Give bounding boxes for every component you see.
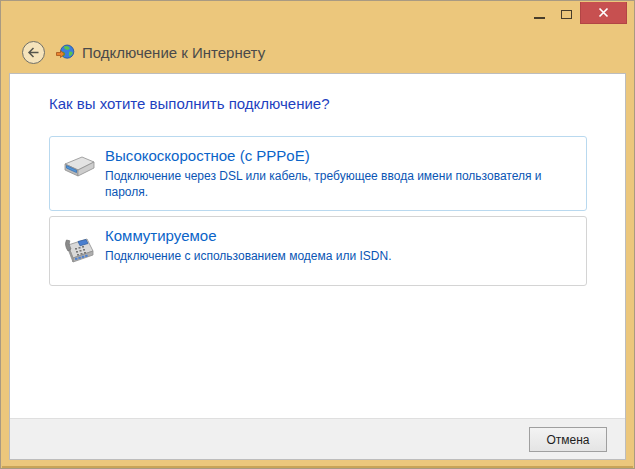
cancel-button[interactable]: Отмена: [529, 427, 607, 452]
minimize-button[interactable]: [526, 2, 553, 24]
maximize-icon: [561, 10, 572, 19]
internet-globe-icon: [56, 43, 75, 62]
wizard-header: Подключение к Интернету: [9, 31, 626, 73]
page-title: Подключение к Интернету: [82, 44, 265, 61]
wizard-window: Подключение к Интернету Как вы хотите вы…: [0, 0, 635, 469]
close-button[interactable]: [580, 2, 627, 24]
back-arrow-icon: [27, 47, 40, 58]
title-bar: [1, 1, 634, 31]
back-button[interactable]: [22, 41, 45, 64]
option-description: Подключение через DSL или кабель, требую…: [105, 168, 567, 200]
option-title: Коммутируемое: [105, 226, 392, 246]
modem-icon: [61, 146, 105, 200]
option-description: Подключение с использованием модема или …: [105, 248, 392, 264]
option-dialup[interactable]: Коммутируемое Подключение с использовани…: [49, 216, 587, 286]
wizard-content: Как вы хотите выполнить подключение? Выс…: [9, 73, 626, 460]
option-broadband-pppoe[interactable]: Высокоскоростное (с PPPoE) Подключение ч…: [49, 136, 587, 211]
option-text: Коммутируемое Подключение с использовани…: [105, 226, 392, 275]
option-title: Высокоскоростное (с PPPoE): [105, 146, 567, 166]
main-instruction: Как вы хотите выполнить подключение?: [49, 95, 625, 112]
option-text: Высокоскоростное (с PPPoE) Подключение ч…: [105, 146, 567, 200]
phone-icon: [61, 226, 105, 275]
maximize-button[interactable]: [553, 2, 580, 24]
minimize-icon: [534, 17, 545, 19]
connection-options: Высокоскоростное (с PPPoE) Подключение ч…: [49, 136, 587, 286]
window-controls: [526, 2, 627, 24]
close-icon: [598, 7, 609, 18]
footer-bar: Отмена: [10, 418, 625, 459]
